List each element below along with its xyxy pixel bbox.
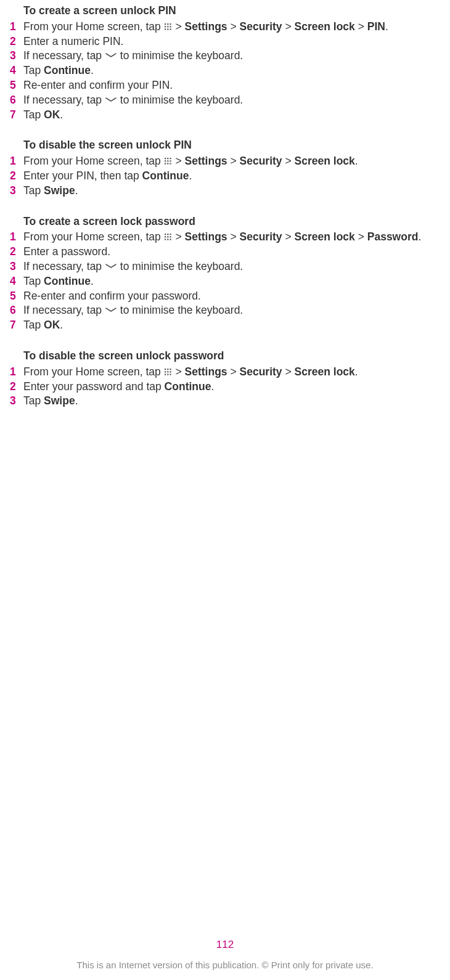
svg-rect-29 (170, 369, 171, 370)
step-text: > (282, 231, 295, 243)
bold-text: Security (240, 155, 282, 167)
bold-text: Security (240, 20, 282, 33)
svg-rect-22 (167, 237, 168, 238)
step-text: to minimise the keyboard. (117, 49, 243, 62)
bold-text: Swipe (44, 184, 75, 197)
step-list: From your Home screen, tap > Settings > … (10, 20, 444, 123)
svg-rect-7 (167, 28, 168, 30)
bold-text: Continue (44, 64, 91, 76)
svg-rect-14 (170, 160, 171, 161)
svg-rect-17 (170, 163, 171, 165)
step-text: . (60, 319, 63, 331)
bold-text: Continue (44, 275, 91, 287)
svg-rect-34 (167, 374, 168, 375)
bold-text: Settings (185, 20, 227, 33)
svg-rect-28 (167, 369, 168, 370)
document-body: To create a screen unlock PINFrom your H… (0, 0, 450, 409)
step-text: If necessary, tap (23, 260, 105, 272)
bold-text: Screen lock (295, 365, 355, 378)
bold-text: Swipe (44, 394, 75, 407)
bold-text: Continue (142, 169, 189, 182)
step-text: . (211, 380, 214, 393)
step-text: > (282, 365, 295, 378)
bold-text: Screen lock (295, 20, 355, 33)
bold-text: OK (44, 319, 60, 331)
svg-rect-0 (165, 23, 166, 25)
step-text: to minimise the keyboard. (117, 94, 243, 106)
step-list: From your Home screen, tap > Settings > … (10, 365, 444, 409)
step-item: From your Home screen, tap > Settings > … (10, 154, 444, 169)
step-text: . (75, 184, 78, 197)
svg-rect-19 (167, 234, 168, 235)
step-text: . (355, 365, 358, 378)
step-text: to minimise the keyboard. (117, 260, 243, 272)
svg-rect-8 (170, 28, 171, 30)
step-item: Tap Continue. (10, 63, 444, 78)
svg-rect-18 (165, 234, 166, 235)
step-item: If necessary, tap to minimise the keyboa… (10, 49, 444, 63)
step-text: Tap (23, 319, 44, 331)
svg-rect-25 (167, 239, 168, 240)
apps-icon (164, 233, 173, 242)
svg-rect-35 (170, 374, 171, 375)
step-text: > (282, 155, 295, 167)
step-item: Tap Swipe. (10, 394, 444, 409)
svg-rect-13 (167, 160, 168, 161)
svg-rect-16 (167, 163, 168, 165)
bold-text: Screen lock (295, 231, 355, 243)
step-text: . (355, 155, 358, 167)
bold-text: OK (44, 108, 60, 121)
step-text: From your Home screen, tap (23, 155, 164, 167)
step-text: . (189, 169, 192, 182)
apps-icon (164, 23, 173, 31)
bold-text: Settings (185, 365, 227, 378)
svg-rect-21 (165, 237, 166, 238)
step-text: > (227, 365, 240, 378)
svg-rect-5 (170, 26, 171, 27)
step-text: > (173, 155, 185, 167)
svg-rect-10 (167, 158, 168, 159)
bold-text: PIN (367, 20, 385, 33)
step-text: Enter a password. (23, 245, 110, 258)
step-text: If necessary, tap (23, 49, 105, 62)
step-text: . (75, 394, 78, 407)
step-item: If necessary, tap to minimise the keyboa… (10, 303, 444, 318)
svg-rect-24 (165, 239, 166, 240)
step-text: If necessary, tap (23, 304, 105, 316)
step-item: Tap OK. (10, 108, 444, 123)
step-text: > (355, 231, 367, 243)
step-item: Tap Continue. (10, 274, 444, 289)
apps-icon (164, 368, 173, 377)
footer-note: This is an Internet version of this publ… (0, 959, 450, 971)
section-title: To disable the screen unlock password (23, 349, 444, 364)
step-text: . (418, 231, 421, 243)
step-item: From your Home screen, tap > Settings > … (10, 20, 444, 35)
svg-rect-12 (165, 160, 166, 161)
svg-rect-9 (165, 158, 166, 159)
step-text: Enter a numeric PIN. (23, 35, 123, 47)
step-item: Tap Swipe. (10, 184, 444, 198)
step-text: > (173, 365, 185, 378)
step-text: From your Home screen, tap (23, 231, 164, 243)
bold-text: Settings (185, 155, 227, 167)
step-text: From your Home screen, tap (23, 20, 164, 33)
section-title: To create a screen unlock PIN (23, 4, 444, 18)
step-text: Tap (23, 64, 44, 76)
bold-text: Security (240, 231, 282, 243)
svg-rect-4 (167, 26, 168, 27)
step-text: . (385, 20, 388, 33)
svg-rect-3 (165, 26, 166, 27)
step-list: From your Home screen, tap > Settings > … (10, 230, 444, 333)
bold-text: Continue (165, 380, 211, 393)
step-text: . (91, 275, 94, 287)
chevron-down-icon (105, 97, 117, 103)
svg-rect-32 (170, 371, 171, 372)
step-text: If necessary, tap (23, 94, 105, 106)
step-item: If necessary, tap to minimise the keyboa… (10, 93, 444, 108)
step-item: Enter your password and tap Continue. (10, 380, 444, 394)
step-item: From your Home screen, tap > Settings > … (10, 230, 444, 245)
step-item: Enter your PIN, then tap Continue. (10, 169, 444, 184)
svg-rect-20 (170, 234, 171, 235)
step-text: > (173, 231, 185, 243)
bold-text: Settings (185, 231, 227, 243)
